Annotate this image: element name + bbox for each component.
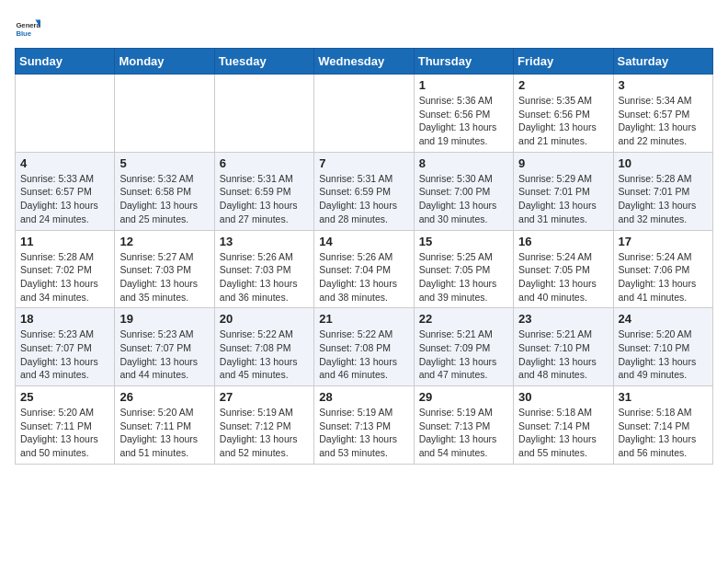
calendar-cell: 10Sunrise: 5:28 AMSunset: 7:01 PMDayligh… [613,152,712,230]
day-info: Sunrise: 5:25 AMSunset: 7:05 PMDaylight:… [419,250,508,304]
svg-text:General: General [16,21,40,29]
calendar-cell: 27Sunrise: 5:19 AMSunset: 7:12 PMDayligh… [214,386,313,465]
calendar-cell: 5Sunrise: 5:32 AMSunset: 6:58 PMDaylight… [115,152,214,230]
day-info: Sunrise: 5:20 AMSunset: 7:11 PMDaylight:… [20,406,109,460]
calendar-cell: 21Sunrise: 5:22 AMSunset: 7:08 PMDayligh… [314,308,414,386]
day-number: 8 [419,156,508,170]
calendar-cell: 19Sunrise: 5:23 AMSunset: 7:07 PMDayligh… [115,308,214,386]
day-info: Sunrise: 5:36 AMSunset: 6:56 PMDaylight:… [419,94,508,148]
calendar-cell: 14Sunrise: 5:26 AMSunset: 7:04 PMDayligh… [314,230,414,308]
day-number: 15 [419,235,508,248]
calendar-cell: 9Sunrise: 5:29 AMSunset: 7:01 PMDaylight… [514,152,613,230]
day-number: 29 [419,390,508,404]
day-number: 1 [419,78,508,92]
calendar-cell: 24Sunrise: 5:20 AMSunset: 7:10 PMDayligh… [613,308,712,386]
calendar-cell: 11Sunrise: 5:28 AMSunset: 7:02 PMDayligh… [16,230,115,308]
calendar-cell: 25Sunrise: 5:20 AMSunset: 7:11 PMDayligh… [16,386,115,465]
day-number: 23 [518,312,608,326]
day-number: 10 [619,156,708,170]
day-info: Sunrise: 5:18 AMSunset: 7:14 PMDaylight:… [518,406,608,460]
weekday-header-wednesday: Wednesday [314,49,414,75]
logo-icon: General Blue [15,15,40,40]
calendar-cell: 28Sunrise: 5:19 AMSunset: 7:13 PMDayligh… [314,386,414,465]
weekday-header-saturday: Saturday [613,49,712,75]
day-number: 17 [619,235,708,248]
svg-text:Blue: Blue [16,29,31,38]
calendar-cell: 31Sunrise: 5:18 AMSunset: 7:14 PMDayligh… [613,386,712,465]
calendar-cell: 20Sunrise: 5:22 AMSunset: 7:08 PMDayligh… [214,308,313,386]
weekday-header-monday: Monday [115,49,214,75]
day-info: Sunrise: 5:26 AMSunset: 7:04 PMDaylight:… [319,250,408,304]
calendar-cell: 8Sunrise: 5:30 AMSunset: 7:00 PMDaylight… [414,152,513,230]
calendar-cell: 6Sunrise: 5:31 AMSunset: 6:59 PMDaylight… [214,152,313,230]
day-number: 25 [20,390,109,404]
day-number: 30 [518,390,608,404]
calendar-cell: 12Sunrise: 5:27 AMSunset: 7:03 PMDayligh… [115,230,214,308]
day-info: Sunrise: 5:35 AMSunset: 6:56 PMDaylight:… [518,94,608,148]
day-info: Sunrise: 5:19 AMSunset: 7:12 PMDaylight:… [220,406,309,460]
week-row-2: 4Sunrise: 5:33 AMSunset: 6:57 PMDaylight… [16,152,713,230]
weekday-header-sunday: Sunday [16,49,115,75]
day-info: Sunrise: 5:18 AMSunset: 7:14 PMDaylight:… [619,406,708,460]
weekday-header-row: SundayMondayTuesdayWednesdayThursdayFrid… [16,49,713,75]
calendar-cell [214,75,313,153]
day-number: 11 [20,235,109,248]
day-info: Sunrise: 5:21 AMSunset: 7:10 PMDaylight:… [518,327,608,382]
day-number: 28 [319,390,408,404]
day-info: Sunrise: 5:23 AMSunset: 7:07 PMDaylight:… [20,327,109,382]
calendar-cell: 29Sunrise: 5:19 AMSunset: 7:13 PMDayligh… [414,386,513,465]
day-info: Sunrise: 5:24 AMSunset: 7:06 PMDaylight:… [619,250,708,304]
weekday-header-tuesday: Tuesday [214,49,313,75]
calendar-cell [115,75,214,153]
weekday-header-thursday: Thursday [414,49,513,75]
day-info: Sunrise: 5:32 AMSunset: 6:58 PMDaylight:… [119,172,209,226]
day-number: 20 [220,312,309,326]
day-number: 21 [319,312,408,326]
day-number: 14 [319,235,408,248]
calendar-cell [314,75,414,153]
day-info: Sunrise: 5:31 AMSunset: 6:59 PMDaylight:… [319,172,408,226]
day-info: Sunrise: 5:30 AMSunset: 7:00 PMDaylight:… [419,172,508,226]
day-number: 2 [518,78,608,92]
day-info: Sunrise: 5:20 AMSunset: 7:10 PMDaylight:… [619,327,708,382]
day-info: Sunrise: 5:34 AMSunset: 6:57 PMDaylight:… [619,94,708,148]
header: General Blue [15,15,713,40]
day-info: Sunrise: 5:20 AMSunset: 7:11 PMDaylight:… [119,406,209,460]
weekday-header-friday: Friday [514,49,613,75]
calendar-cell: 17Sunrise: 5:24 AMSunset: 7:06 PMDayligh… [613,230,712,308]
day-info: Sunrise: 5:22 AMSunset: 7:08 PMDaylight:… [220,327,309,382]
day-info: Sunrise: 5:31 AMSunset: 6:59 PMDaylight:… [220,172,309,226]
day-info: Sunrise: 5:24 AMSunset: 7:05 PMDaylight:… [518,250,608,304]
day-info: Sunrise: 5:19 AMSunset: 7:13 PMDaylight:… [319,406,408,460]
calendar-cell: 23Sunrise: 5:21 AMSunset: 7:10 PMDayligh… [514,308,613,386]
day-info: Sunrise: 5:23 AMSunset: 7:07 PMDaylight:… [119,327,209,382]
calendar-cell: 4Sunrise: 5:33 AMSunset: 6:57 PMDaylight… [16,152,115,230]
calendar-cell: 1Sunrise: 5:36 AMSunset: 6:56 PMDaylight… [414,75,513,153]
day-info: Sunrise: 5:27 AMSunset: 7:03 PMDaylight:… [119,250,209,304]
day-info: Sunrise: 5:26 AMSunset: 7:03 PMDaylight:… [220,250,309,304]
day-number: 4 [20,156,109,170]
day-number: 6 [220,156,309,170]
day-number: 27 [220,390,309,404]
week-row-3: 11Sunrise: 5:28 AMSunset: 7:02 PMDayligh… [16,230,713,308]
day-info: Sunrise: 5:21 AMSunset: 7:09 PMDaylight:… [419,327,508,382]
day-info: Sunrise: 5:22 AMSunset: 7:08 PMDaylight:… [319,327,408,382]
calendar-cell: 30Sunrise: 5:18 AMSunset: 7:14 PMDayligh… [514,386,613,465]
day-info: Sunrise: 5:33 AMSunset: 6:57 PMDaylight:… [20,172,109,226]
calendar-cell [16,75,115,153]
day-number: 9 [518,156,608,170]
day-number: 16 [518,235,608,248]
calendar-cell: 26Sunrise: 5:20 AMSunset: 7:11 PMDayligh… [115,386,214,465]
day-number: 24 [619,312,708,326]
day-number: 5 [119,156,209,170]
calendar-cell: 22Sunrise: 5:21 AMSunset: 7:09 PMDayligh… [414,308,513,386]
calendar-cell: 15Sunrise: 5:25 AMSunset: 7:05 PMDayligh… [414,230,513,308]
logo: General Blue [15,15,40,40]
day-info: Sunrise: 5:28 AMSunset: 7:01 PMDaylight:… [619,172,708,226]
calendar-cell: 16Sunrise: 5:24 AMSunset: 7:05 PMDayligh… [514,230,613,308]
week-row-1: 1Sunrise: 5:36 AMSunset: 6:56 PMDaylight… [16,75,713,153]
calendar-cell: 13Sunrise: 5:26 AMSunset: 7:03 PMDayligh… [214,230,313,308]
calendar-cell: 18Sunrise: 5:23 AMSunset: 7:07 PMDayligh… [16,308,115,386]
day-number: 13 [220,235,309,248]
day-info: Sunrise: 5:29 AMSunset: 7:01 PMDaylight:… [518,172,608,226]
